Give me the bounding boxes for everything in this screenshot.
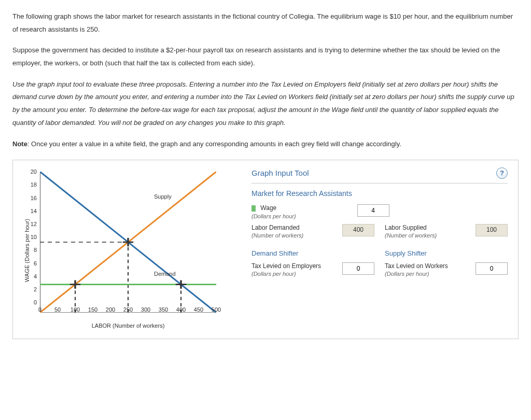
supply-shifter-title: Supply Shifter	[385, 249, 508, 258]
tax-employers-input[interactable]	[342, 262, 374, 275]
wage-legend-icon	[251, 205, 256, 212]
intro-p2: Suppose the government has decided to in…	[12, 44, 519, 69]
y-ticks: 20 18 16 14 12 10 8 6 4 2 0	[18, 172, 40, 302]
x-axis-label: LABOR (Number of workers)	[40, 320, 216, 331]
wage-sub: (Dollars per hour)	[251, 213, 296, 219]
note-label: Note	[12, 140, 27, 148]
labor-demanded-label: Labor Demanded	[251, 224, 300, 231]
chart-area[interactable]: WAGE (Dollars per hour) 20 18 16 14 12 1…	[18, 167, 241, 333]
graph-panel: WAGE (Dollars per hour) 20 18 16 14 12 1…	[12, 160, 519, 339]
tool-title: Graph Input Tool	[251, 168, 309, 178]
labor-demanded-sub: (Number of workers)	[251, 232, 303, 239]
labor-supplied-label: Labor Supplied	[385, 224, 427, 231]
supply-label: Supply	[154, 191, 172, 202]
chart-svg[interactable]	[40, 172, 216, 313]
labor-supplied-value: 100	[476, 224, 508, 236]
intro-p1: The following graph shows the labor mark…	[12, 10, 519, 36]
wage-input[interactable]	[357, 204, 389, 217]
tax-workers-label: Tax Levied on Workers	[385, 262, 448, 270]
tax-employers-sub: (Dollars per hour)	[251, 271, 296, 277]
market-title: Market for Research Assistants	[251, 189, 508, 198]
wage-label: Wage	[260, 204, 276, 212]
tax-employers-label: Tax Levied on Employers	[251, 262, 321, 270]
problem-text: The following graph shows the labor mark…	[12, 10, 519, 150]
tax-workers-input[interactable]	[476, 262, 508, 275]
demand-shifter-title: Demand Shifter	[251, 249, 374, 258]
graph-input-tool: Graph Input Tool ? Market for Research A…	[246, 167, 513, 333]
labor-supplied-sub: (Number of workers)	[385, 232, 437, 239]
intro-p3-instructions: Use the graph input tool to evaluate the…	[12, 78, 519, 130]
labor-demanded-value: 400	[342, 224, 374, 236]
help-button[interactable]: ?	[496, 167, 508, 179]
intro-note: Note: Once you enter a value in a white …	[12, 138, 519, 151]
demand-label: Demand	[154, 269, 176, 279]
note-text: : Once you enter a value in a white fiel…	[27, 140, 401, 148]
tax-workers-sub: (Dollars per hour)	[385, 271, 429, 277]
